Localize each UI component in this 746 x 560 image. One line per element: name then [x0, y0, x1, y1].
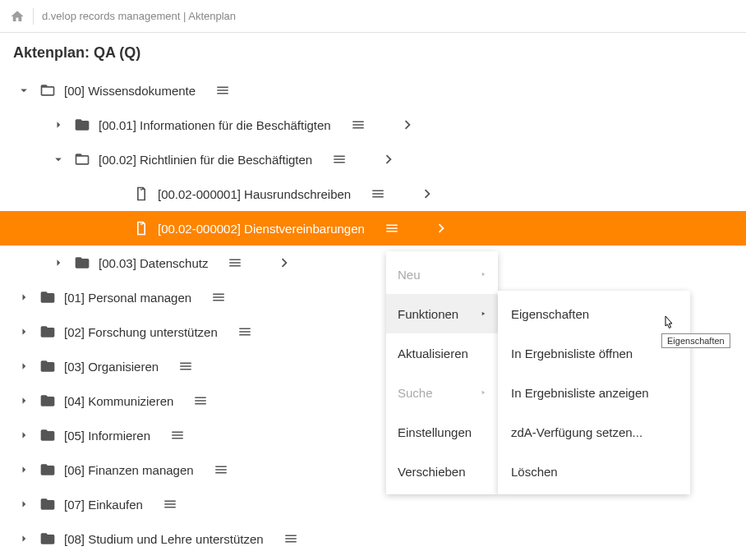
folder-solid-icon	[74, 255, 90, 271]
cursor-icon	[661, 315, 675, 332]
menu-icon[interactable]	[170, 428, 185, 443]
document-icon	[133, 220, 150, 236]
chevron-down-icon[interactable]	[51, 152, 66, 167]
submenu-item[interactable]: In Ergebnisliste anzeigen	[498, 373, 690, 412]
tree-node-label: [00.02] Richtlinien für die Beschäftigte…	[99, 153, 312, 167]
tree-node-label: [00.01] Informationen für die Beschäftig…	[99, 118, 331, 132]
submenu-arrow-icon	[480, 310, 486, 317]
tree-node-label: [00] Wissensdokumente	[64, 84, 196, 98]
context-menu-item-label: Suche	[398, 386, 433, 400]
submenu-item-label: In Ergebnisliste anzeigen	[511, 386, 649, 400]
submenu-arrow-icon	[480, 271, 486, 278]
tooltip: Eigenschaften	[661, 333, 730, 348]
chevron-right-icon[interactable]	[16, 290, 31, 305]
folder-solid-icon	[74, 117, 90, 133]
submenu-item-label: Eigenschaften	[511, 307, 589, 321]
tree-row[interactable]: [00.02-000001] Hausrundschreiben	[0, 177, 746, 211]
menu-icon[interactable]	[371, 186, 385, 201]
menu-icon[interactable]	[178, 359, 193, 374]
nav-chevron-icon[interactable]	[275, 254, 293, 272]
menu-icon[interactable]	[332, 152, 347, 167]
tree-node-label: [04] Kommunizieren	[64, 394, 173, 408]
context-menu-item: Suche	[386, 373, 498, 412]
tree-node-label: [01] Personal managen	[64, 291, 191, 305]
context-menu-item-label: Verschieben	[398, 465, 466, 479]
nav-chevron-icon[interactable]	[418, 185, 436, 203]
menu-icon[interactable]	[228, 255, 242, 270]
chevron-right-icon[interactable]	[16, 359, 31, 374]
chevron-right-icon[interactable]	[16, 324, 31, 339]
context-menu-item[interactable]: Verschieben	[386, 452, 498, 491]
folder-outline-icon	[74, 151, 90, 168]
folder-outline-icon	[39, 82, 56, 99]
tree-node-label: [08] Studium und Lehre unterstützen	[64, 532, 264, 546]
submenu-item-label: Löschen	[511, 465, 558, 479]
chevron-right-icon[interactable]	[16, 531, 31, 546]
nav-chevron-icon[interactable]	[398, 116, 417, 134]
submenu-item[interactable]: zdA-Verfügung setzen...	[498, 412, 690, 452]
header-bar: d.velop records management | Aktenplan	[0, 0, 746, 33]
folder-solid-icon	[39, 289, 56, 305]
folder-solid-icon	[39, 392, 56, 409]
menu-icon[interactable]	[385, 221, 399, 236]
menu-icon[interactable]	[283, 531, 298, 546]
menu-icon[interactable]	[215, 83, 230, 98]
context-menu-item-label: Neu	[398, 268, 421, 282]
folder-solid-icon	[39, 358, 56, 374]
folder-solid-icon	[39, 461, 56, 478]
menu-icon[interactable]	[163, 497, 177, 512]
chevron-right-icon[interactable]	[16, 462, 31, 477]
context-menu-item[interactable]: Aktualisieren	[386, 333, 498, 373]
submenu-item-label: In Ergebnisliste öffnen	[511, 347, 633, 360]
nav-chevron-icon[interactable]	[432, 219, 450, 237]
page-title: Aktenplan: QA (Q)	[13, 44, 733, 62]
submenu-item[interactable]: Löschen	[498, 452, 690, 491]
breadcrumb: d.velop records management | Aktenplan	[42, 10, 236, 22]
tree-node-label: [00.02-000002] Dienstvereinbarungen	[158, 222, 365, 236]
context-menu-item-label: Aktualisieren	[398, 347, 468, 360]
tree-node-label: [07] Einkaufen	[64, 498, 143, 512]
chevron-right-icon[interactable]	[51, 117, 66, 132]
context-menu: NeuFunktionenAktualisierenSucheEinstellu…	[386, 251, 498, 494]
home-icon[interactable]	[10, 9, 25, 24]
chevron-down-icon[interactable]	[16, 83, 31, 98]
nav-chevron-icon[interactable]	[380, 150, 398, 168]
tree-row[interactable]: [00.01] Informationen für die Beschäftig…	[0, 108, 746, 142]
folder-solid-icon	[39, 496, 56, 512]
folder-solid-icon	[39, 530, 56, 547]
context-menu-item: Neu	[386, 255, 498, 294]
submenu-arrow-icon	[480, 389, 486, 396]
menu-icon[interactable]	[214, 462, 228, 477]
tree-node-label: [02] Forschung unterstützen	[64, 325, 218, 339]
folder-solid-icon	[39, 324, 56, 340]
tree-node-label: [05] Informieren	[64, 429, 150, 443]
tree-row[interactable]: [00] Wissensdokumente	[0, 73, 746, 108]
chevron-right-icon[interactable]	[16, 428, 31, 443]
tree-row[interactable]: [00.02] Richtlinien für die Beschäftigte…	[0, 142, 746, 177]
submenu-item-label: zdA-Verfügung setzen...	[511, 425, 642, 439]
tree-node-label: [00.02-000001] Hausrundschreiben	[158, 187, 351, 201]
tree-row[interactable]: [08] Studium und Lehre unterstützen	[0, 521, 746, 556]
chevron-right-icon[interactable]	[51, 255, 66, 270]
tree-node-label: [00.03] Datenschutz	[99, 256, 208, 270]
context-menu-item[interactable]: Einstellungen	[386, 412, 498, 452]
context-menu-item-label: Einstellungen	[398, 425, 472, 439]
context-menu-item[interactable]: Funktionen	[386, 294, 498, 333]
context-menu-item-label: Funktionen	[398, 307, 458, 321]
tree-node-label: [06] Finanzen managen	[64, 463, 194, 477]
page-title-row: Aktenplan: QA (Q)	[0, 33, 746, 70]
tree-row[interactable]: [00.03] Datenschutz	[0, 246, 746, 280]
document-icon	[133, 186, 150, 202]
menu-icon[interactable]	[193, 393, 208, 408]
tree-row[interactable]: [00.02-000002] Dienstvereinbarungen	[0, 211, 746, 246]
tree-node-label: [03] Organisieren	[64, 360, 159, 374]
chevron-right-icon[interactable]	[16, 497, 31, 512]
menu-icon[interactable]	[237, 324, 252, 339]
header-divider	[33, 8, 34, 25]
folder-solid-icon	[39, 427, 56, 443]
chevron-right-icon[interactable]	[16, 393, 31, 408]
menu-icon[interactable]	[351, 117, 366, 132]
menu-icon[interactable]	[211, 290, 226, 305]
